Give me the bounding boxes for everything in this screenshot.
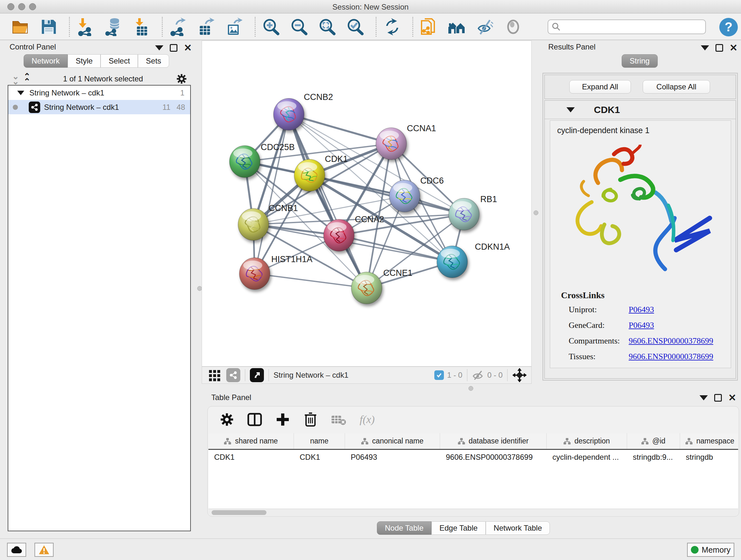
delete-column-icon[interactable] xyxy=(304,412,318,427)
gene-section-header[interactable]: CDK1 xyxy=(545,101,736,119)
tab-sets[interactable]: Sets xyxy=(138,54,169,68)
network-edge-count: 48 xyxy=(177,103,185,112)
collection-expand-icon[interactable] xyxy=(17,91,24,95)
table-row[interactable]: CDK1CDK1P064939606.ENSP00000378699cyclin… xyxy=(208,450,738,464)
control-panel-menu-icon[interactable] xyxy=(155,45,163,51)
string-results-container: Expand All Collapse All CDK1 cyclin-depe… xyxy=(542,73,738,381)
bottom-splitter-handle[interactable] xyxy=(468,386,473,391)
save-session-icon[interactable] xyxy=(39,17,59,37)
selected-checkbox-icon[interactable] xyxy=(434,370,444,380)
memory-button[interactable]: Memory xyxy=(687,543,734,557)
node-HIST1H1A[interactable] xyxy=(239,258,270,290)
gene-collapse-icon[interactable] xyxy=(566,107,575,112)
table-panel: f(x) shared namenamecanonical namedataba… xyxy=(207,406,739,516)
expand-all-button[interactable]: Expand All xyxy=(569,80,631,94)
control-panel-close-icon[interactable]: ✕ xyxy=(184,44,192,52)
crosslink-value-link[interactable]: P06493 xyxy=(629,320,654,330)
column-header-namespace[interactable]: namespace xyxy=(680,433,738,449)
table-panel-close-icon[interactable]: ✕ xyxy=(728,394,736,401)
table-panel-float-icon[interactable] xyxy=(714,394,722,401)
refresh-network-icon[interactable] xyxy=(382,17,402,37)
column-header-shared-name[interactable]: shared name xyxy=(208,433,294,449)
expand-all-networks-icon[interactable]: ⌃⌃ xyxy=(23,74,30,84)
tab-node-table[interactable]: Node Table xyxy=(377,521,431,535)
edge-CCNE1-HIST1H1A[interactable] xyxy=(255,273,367,288)
export-table-icon[interactable] xyxy=(197,17,216,37)
column-header-name[interactable]: name xyxy=(294,433,345,449)
node-CCNE1[interactable] xyxy=(351,272,382,304)
table-panel-menu-icon[interactable] xyxy=(699,395,708,400)
node-RB1[interactable] xyxy=(449,198,479,230)
grid-view-icon[interactable] xyxy=(208,369,221,381)
crosslink-value-link[interactable]: 9606.ENSP00000378699 xyxy=(629,336,713,346)
results-panel-menu-icon[interactable] xyxy=(701,45,709,51)
node-CDC6[interactable] xyxy=(389,180,420,212)
node-label-CDK1: CDK1 xyxy=(325,154,348,164)
crosslink-row: GeneCard:P06493 xyxy=(569,320,731,330)
show-all-icon[interactable] xyxy=(503,17,523,37)
export-network-icon[interactable] xyxy=(169,17,188,37)
node-CDC25B[interactable] xyxy=(229,145,260,178)
node-CCNA1[interactable] xyxy=(376,128,407,160)
collapse-all-networks-icon[interactable]: ⌄⌄ xyxy=(12,74,18,84)
column-header-description[interactable]: description xyxy=(547,433,627,449)
string-import-icon[interactable] xyxy=(419,17,439,37)
node-CCNA2[interactable] xyxy=(324,219,354,251)
network-collection-row[interactable]: String Network – cdk1 1 xyxy=(8,85,190,100)
string-network-graph[interactable]: CDK1CCNB1CCNB2CCNA1CCNA2CCNE1CDC25BCDC6C… xyxy=(202,41,531,366)
column-header-database-identifier[interactable]: database identifier xyxy=(440,433,547,449)
control-panel-float-icon[interactable] xyxy=(170,44,178,52)
network-canvas[interactable]: CDK1CCNB1CCNB2CCNA1CCNA2CCNE1CDC25BCDC6C… xyxy=(202,41,532,367)
crosslink-value-link[interactable]: P06493 xyxy=(629,368,654,368)
export-image-icon[interactable] xyxy=(225,17,245,37)
import-network-from-file-icon[interactable] xyxy=(76,17,95,37)
network-share-view-icon[interactable] xyxy=(226,368,240,382)
column-header-canonical-name[interactable]: canonical name xyxy=(345,433,440,449)
zoom-fit-icon[interactable] xyxy=(318,17,337,37)
create-column-icon[interactable] xyxy=(275,412,290,427)
collapse-all-button[interactable]: Collapse All xyxy=(643,80,710,94)
tab-network-table[interactable]: Network Table xyxy=(486,521,550,535)
tab-select[interactable]: Select xyxy=(100,54,138,68)
scrollbar-thumb[interactable] xyxy=(212,510,266,515)
search-input[interactable] xyxy=(561,22,695,31)
network-options-gear-icon[interactable] xyxy=(176,73,187,84)
right-splitter-handle[interactable] xyxy=(534,210,538,215)
import-network-from-database-icon[interactable] xyxy=(104,17,124,37)
node-CCNB1[interactable] xyxy=(238,208,269,240)
zoom-selected-icon[interactable] xyxy=(346,17,365,37)
tab-string[interactable]: String xyxy=(622,54,658,68)
hide-selected-icon[interactable] xyxy=(475,17,495,37)
node-CDK1[interactable] xyxy=(294,159,325,191)
open-session-icon[interactable] xyxy=(11,17,30,37)
warning-button[interactable] xyxy=(35,543,54,557)
show-columns-icon[interactable] xyxy=(247,412,262,427)
import-table-from-file-icon[interactable] xyxy=(132,17,151,37)
left-splitter-handle[interactable] xyxy=(197,286,202,291)
node-label-HIST1H1A: HIST1H1A xyxy=(271,254,313,264)
edge-CCNB2-CCNA1[interactable] xyxy=(289,114,391,144)
tab-style[interactable]: Style xyxy=(68,54,100,68)
node-CCNB2[interactable] xyxy=(273,98,304,130)
results-panel-float-icon[interactable] xyxy=(716,44,723,52)
string-home-icon[interactable] xyxy=(447,17,467,37)
zoom-in-icon[interactable] xyxy=(261,17,281,37)
help-icon[interactable]: ? xyxy=(719,18,738,37)
zoom-out-icon[interactable] xyxy=(289,17,309,37)
network-row[interactable]: String Network – cdk1 11 48 xyxy=(8,100,190,114)
cloud-button[interactable] xyxy=(7,543,26,557)
crosslink-value-link[interactable]: 9606.ENSP00000378699 xyxy=(629,352,713,361)
detach-view-icon[interactable] xyxy=(250,368,264,382)
birds-eye-view-icon[interactable] xyxy=(512,368,527,382)
tab-edge-table[interactable]: Edge Table xyxy=(431,521,486,535)
selected-node-edge-counts: 1 - 0 xyxy=(447,371,462,380)
table-options-gear-icon[interactable] xyxy=(220,413,234,427)
tab-network[interactable]: Network xyxy=(23,54,68,68)
crosslink-value-link[interactable]: P06493 xyxy=(629,305,654,314)
edge-CCNB2-HIST1H1A[interactable] xyxy=(255,114,289,273)
node-CDKN1A[interactable] xyxy=(437,246,468,278)
toolbar-search[interactable] xyxy=(548,19,706,34)
column-header--id[interactable]: @id xyxy=(627,433,680,449)
table-horizontal-scrollbar[interactable] xyxy=(208,509,738,516)
results-panel-close-icon[interactable]: ✕ xyxy=(730,44,738,52)
